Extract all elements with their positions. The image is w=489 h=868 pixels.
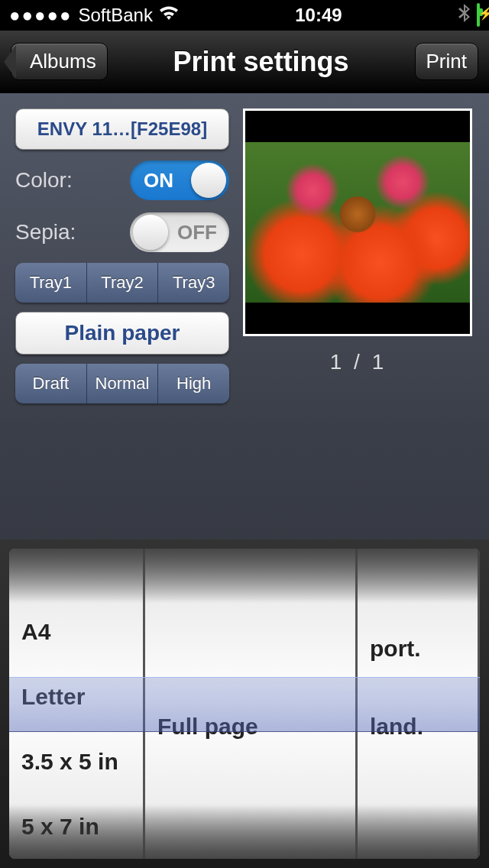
print-button[interactable]: Print (415, 43, 478, 80)
quality-draft-button[interactable]: Draft (15, 364, 87, 403)
carrier-label: SoftBank (78, 5, 152, 26)
tray-segment: Tray1 Tray2 Tray3 (15, 263, 229, 303)
picker-item[interactable]: Full page (145, 688, 355, 766)
color-toggle[interactable]: ON (130, 160, 229, 200)
page-counter: 1 / 1 (243, 350, 474, 374)
toggle-knob (191, 163, 226, 198)
back-button[interactable]: Albums (11, 43, 108, 80)
preview-image (245, 142, 470, 303)
nav-bar: Albums Print settings Print (0, 31, 489, 93)
charging-icon: ⚡ (478, 6, 489, 21)
orientation-picker[interactable]: port. land. (358, 549, 480, 859)
quality-high-button[interactable]: High (158, 364, 229, 403)
tray2-button[interactable]: Tray2 (87, 263, 159, 303)
picker-item[interactable]: land. (358, 688, 478, 766)
quality-normal-button[interactable]: Normal (87, 364, 159, 403)
layout-picker[interactable]: Full page (145, 549, 358, 859)
signal-dots-icon: ●●●●● (9, 5, 72, 26)
quality-segment: Draft Normal High (15, 364, 229, 403)
picker-item[interactable]: 3.5 x 5 in (9, 729, 143, 794)
clock: 10:49 (295, 5, 342, 26)
sepia-label: Sepia: (15, 220, 76, 245)
size-picker[interactable]: A4 Letter 3.5 x 5 in 5 x 7 in (9, 549, 145, 859)
status-bar: ●●●●● SoftBank 10:49 ⚡ (0, 0, 489, 31)
tray1-button[interactable]: Tray1 (15, 263, 87, 303)
sepia-toggle[interactable]: OFF (130, 212, 229, 252)
print-preview[interactable] (243, 108, 472, 336)
color-label: Color: (15, 168, 73, 193)
wifi-icon (159, 5, 179, 26)
toggle-knob (133, 215, 168, 250)
tray3-button[interactable]: Tray3 (158, 263, 229, 303)
picker-item[interactable]: A4 (9, 600, 143, 665)
picker-item[interactable]: Letter (9, 664, 143, 729)
picker-panel: A4 Letter 3.5 x 5 in 5 x 7 in Full page … (0, 539, 489, 868)
paper-type-button[interactable]: Plain paper (15, 312, 229, 355)
picker-item[interactable]: port. (358, 610, 478, 688)
picker-item (145, 610, 355, 688)
bluetooth-icon (458, 4, 471, 27)
page-title: Print settings (173, 46, 349, 78)
printer-select-button[interactable]: ENVY 11…[F25E98] (15, 108, 229, 150)
picker-item[interactable]: 5 x 7 in (9, 794, 143, 859)
